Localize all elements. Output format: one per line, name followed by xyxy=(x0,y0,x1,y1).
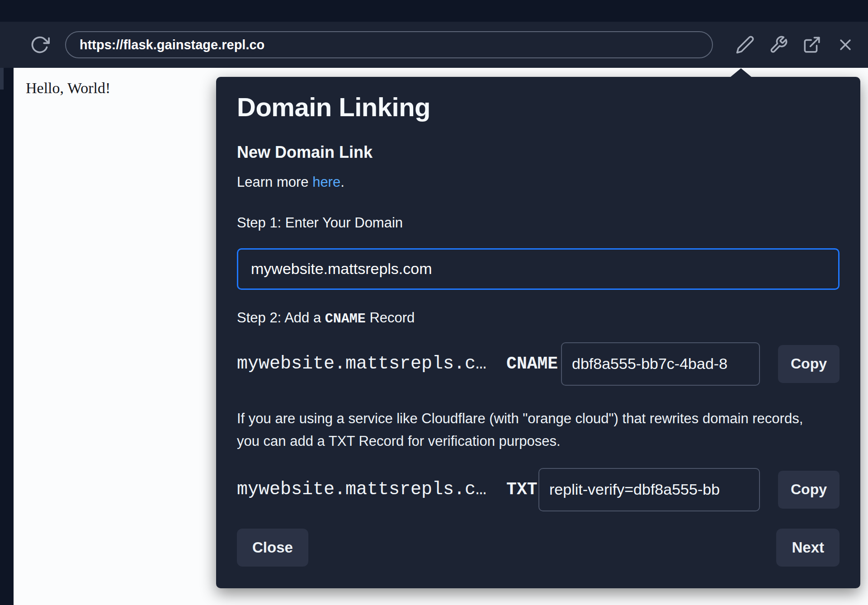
cloudflare-note: If you are using a service like Cloudfla… xyxy=(237,407,829,453)
cname-value-input[interactable]: dbf8a555-bb7c-4bad-8 xyxy=(561,342,760,386)
pencil-icon xyxy=(736,35,755,54)
record-host: mywebsite.mattsrepls.c… xyxy=(237,479,486,500)
txt-value-input[interactable]: replit-verify=dbf8a555-bb xyxy=(538,468,760,511)
step2-prefix: Step 2: Add a xyxy=(237,310,325,326)
webview-toolbar: https://flask.gainstage.repl.co xyxy=(0,22,868,68)
next-button[interactable]: Next xyxy=(776,529,840,567)
sidebar-edge xyxy=(0,68,14,605)
dialog-caret xyxy=(731,68,751,77)
step2-heading: Step 2: Add a CNAME Record xyxy=(237,309,840,328)
dialog-title: Domain Linking xyxy=(237,92,840,123)
close-webview-button[interactable] xyxy=(835,34,856,56)
record-host: mywebsite.mattsrepls.c… xyxy=(237,354,486,374)
step2-record-type-code: CNAME xyxy=(325,311,366,326)
screenshot-root: https://flask.gainstage.repl.co xyxy=(0,0,868,605)
close-button[interactable]: Close xyxy=(237,529,308,567)
sidebar-edge-tab xyxy=(0,68,4,90)
learn-more-text: Learn more here. xyxy=(237,173,840,191)
domain-input[interactable]: mywebsite.mattsrepls.com xyxy=(237,248,840,290)
domain-linking-dialog: Domain Linking New Domain Link Learn mor… xyxy=(216,77,860,588)
record-type: CNAME xyxy=(506,354,558,373)
cname-record-row: mywebsite.mattsrepls.c… CNAME dbf8a555-b… xyxy=(237,342,840,386)
refresh-button[interactable] xyxy=(29,34,51,56)
external-link-icon xyxy=(802,35,821,54)
dialog-subtitle: New Domain Link xyxy=(237,142,840,162)
edit-url-button[interactable] xyxy=(734,34,756,56)
learn-more-prefix: Learn more xyxy=(237,174,312,190)
close-icon xyxy=(836,36,854,54)
toolbar-actions xyxy=(734,22,856,68)
learn-more-link[interactable]: here xyxy=(312,174,340,190)
record-type: TXT xyxy=(506,480,537,499)
refresh-icon xyxy=(30,35,50,55)
workspace-top-strip xyxy=(0,0,868,22)
step2-suffix: Record xyxy=(366,310,415,326)
url-input[interactable]: https://flask.gainstage.repl.co xyxy=(65,31,713,58)
step1-heading: Step 1: Enter Your Domain xyxy=(237,214,840,232)
copy-txt-button[interactable]: Copy xyxy=(778,471,840,509)
open-in-new-tab-button[interactable] xyxy=(801,34,823,56)
learn-more-suffix: . xyxy=(340,174,344,190)
devtools-button[interactable] xyxy=(768,34,789,56)
hello-world-text: Hello, World! xyxy=(26,80,110,97)
copy-cname-button[interactable]: Copy xyxy=(778,345,840,383)
dialog-footer: Close Next xyxy=(237,529,840,567)
txt-record-row: mywebsite.mattsrepls.c… TXT replit-verif… xyxy=(237,468,840,511)
wrench-icon xyxy=(769,35,788,54)
